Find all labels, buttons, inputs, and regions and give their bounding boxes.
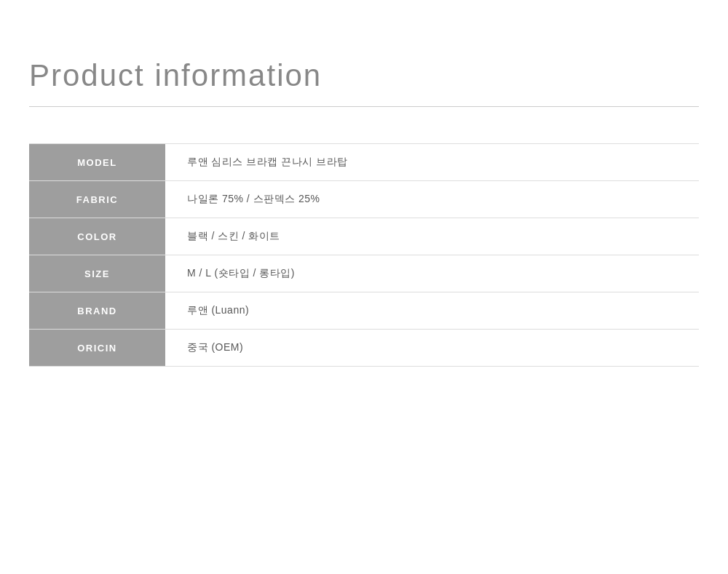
row-label: BRAND xyxy=(29,292,165,330)
row-value: 나일론 75% / 스판덱스 25% xyxy=(165,181,699,218)
page-container: Product information MODEL루앤 심리스 브라캡 끈나시 … xyxy=(0,0,728,574)
table-row: BRAND루앤 (Luann) xyxy=(29,292,699,330)
row-value: M / L (숏타입 / 롱타입) xyxy=(165,255,699,292)
table-row: COLOR블랙 / 스킨 / 화이트 xyxy=(29,218,699,255)
table-row: SIZEM / L (숏타입 / 롱타입) xyxy=(29,255,699,292)
row-value: 블랙 / 스킨 / 화이트 xyxy=(165,218,699,255)
table-row: ORICIN중국 (OEM) xyxy=(29,330,699,367)
row-value: 중국 (OEM) xyxy=(165,330,699,367)
table-row: FABRIC나일론 75% / 스판덱스 25% xyxy=(29,181,699,218)
row-label: FABRIC xyxy=(29,181,165,218)
row-value: 루앤 심리스 브라캡 끈나시 브라탑 xyxy=(165,144,699,181)
page-title-section: Product information xyxy=(29,0,699,107)
table-row: MODEL루앤 심리스 브라캡 끈나시 브라탑 xyxy=(29,144,699,181)
row-value: 루앤 (Luann) xyxy=(165,292,699,330)
row-label: COLOR xyxy=(29,218,165,255)
row-label: SIZE xyxy=(29,255,165,292)
product-info-table: MODEL루앤 심리스 브라캡 끈나시 브라탑FABRIC나일론 75% / 스… xyxy=(29,143,699,367)
row-label: MODEL xyxy=(29,144,165,181)
row-label: ORICIN xyxy=(29,330,165,367)
page-title: Product information xyxy=(29,58,699,93)
